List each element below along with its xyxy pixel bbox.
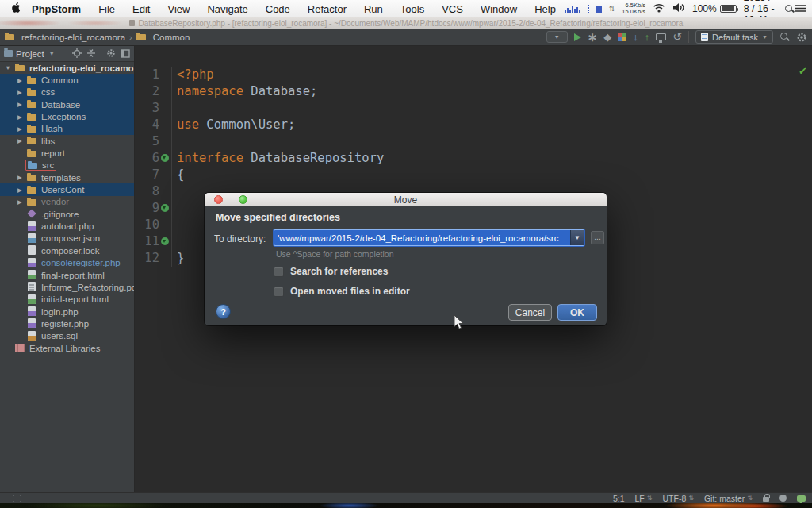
chevron-right-icon[interactable]: ▶	[14, 101, 25, 108]
tree-item-informe-refactoring-pdf[interactable]: Informe_Refactoring.pdf	[0, 281, 134, 293]
implemented-marker-icon[interactable]	[161, 154, 169, 162]
menu-file[interactable]: File	[90, 3, 124, 15]
tree-item-userscont[interactable]: ▶UsersCont	[0, 183, 134, 195]
network-speed[interactable]: 6.5Kb/s 15.0Kb/s	[622, 2, 645, 15]
menu-refactor[interactable]: Refactor	[299, 3, 355, 15]
breadcrumb-item-common[interactable]: Common	[136, 32, 190, 42]
menu-run[interactable]: Run	[355, 3, 392, 15]
menu-tools[interactable]: Tools	[392, 3, 433, 15]
chevron-right-icon[interactable]: ▶	[14, 187, 25, 194]
coverage-icon[interactable]: ◆	[603, 32, 611, 42]
tree-item-composer-json[interactable]: composer.json	[0, 233, 134, 244]
implemented-marker-icon[interactable]	[161, 237, 169, 245]
chevron-right-icon[interactable]: ▶	[14, 125, 25, 133]
open-moved-files-checkbox[interactable]	[274, 287, 284, 297]
concurrency-diagram-icon[interactable]	[618, 33, 626, 41]
encoding-selector[interactable]: UTF-8⇅	[663, 494, 694, 503]
run-button[interactable]	[574, 33, 581, 41]
dialog-title-bar[interactable]: Move	[205, 193, 607, 206]
tree-item-autoload-php[interactable]: autoload.php	[0, 220, 134, 232]
tree-item-login-php[interactable]: login.php	[0, 306, 134, 318]
task-selector[interactable]: Default task ▼	[695, 30, 773, 44]
volume-icon[interactable]	[672, 2, 685, 15]
hide-panel-icon[interactable]	[121, 47, 130, 61]
chevron-right-icon[interactable]: ▶	[14, 137, 25, 144]
chevron-right-icon[interactable]: ▶	[14, 198, 25, 206]
menu-help[interactable]: Help	[526, 3, 565, 15]
file-lock-icon[interactable]	[763, 497, 769, 502]
tree-item-vendor[interactable]: ▶vendor	[0, 196, 134, 208]
notification-center-icon[interactable]	[795, 3, 806, 15]
directory-path-combobox[interactable]: 'www/mpwar/2015-2/de-04_Refactoring/refa…	[274, 229, 584, 246]
chevron-down-icon[interactable]: ▼	[49, 51, 55, 56]
memory-meter-icon[interactable]	[588, 5, 589, 13]
code-line-6[interactable]: 6interface DatabaseRepository	[136, 150, 812, 167]
menu-view[interactable]: View	[159, 3, 198, 15]
close-window-icon[interactable]	[214, 195, 223, 204]
event-log-bubble-icon[interactable]	[797, 495, 806, 502]
checkbox-label[interactable]: Open moved files in editor	[290, 286, 410, 297]
menu-phpstorm[interactable]: PhpStorm	[23, 3, 90, 15]
cancel-button[interactable]: Cancel	[508, 304, 552, 321]
battery-indicator[interactable]: 100%	[692, 3, 737, 14]
tree-item-common[interactable]: ▶Common	[0, 74, 134, 86]
tree-item-consoleregister-php[interactable]: consoleregister.php	[0, 257, 134, 269]
hector-inspector-icon[interactable]	[779, 495, 787, 502]
tree-item-initial-report-html[interactable]: initial-report.html	[0, 294, 134, 306]
tree-item-composer-lock[interactable]: composer.lock	[0, 244, 134, 256]
implemented-marker-icon[interactable]	[161, 204, 169, 212]
help-button[interactable]: ?	[216, 304, 231, 319]
tree-item-refactoring-eloi-rocamora[interactable]: ▼refactoring-eloi_rocamora(	[0, 62, 134, 74]
cpu-meter-icon[interactable]	[565, 5, 580, 13]
apple-menu-icon[interactable]	[11, 2, 21, 16]
search-everywhere-icon[interactable]	[779, 32, 790, 42]
spotlight-search-icon[interactable]	[784, 4, 788, 14]
menu-vcs[interactable]: VCS	[433, 3, 472, 15]
tree-item-exceptions[interactable]: ▶Exceptions	[0, 110, 134, 122]
project-panel-title[interactable]: Project	[16, 49, 44, 59]
menu-code[interactable]: Code	[257, 3, 299, 15]
tree-item-final-report-html[interactable]: final-report.html	[0, 269, 134, 281]
tree-item-gitignore[interactable]: .gitignore	[0, 208, 134, 220]
tree-item-templates[interactable]: ▶templates	[0, 171, 134, 183]
tree-item-libs[interactable]: ▶libs	[0, 135, 134, 147]
vcs-commit-icon[interactable]: ↑	[645, 31, 650, 43]
search-for-references-checkbox[interactable]	[274, 267, 284, 277]
chevron-right-icon[interactable]: ▶	[14, 114, 25, 121]
vcs-branch-selector[interactable]: Git: master⇅	[704, 494, 753, 503]
checkbox-label[interactable]: Search for references	[290, 266, 388, 277]
line-ending-selector[interactable]: LF⇅	[635, 494, 653, 503]
tree-item-users-sql[interactable]: users.sql	[0, 330, 134, 342]
vcs-update-icon[interactable]: ↓	[633, 31, 638, 43]
chevron-down-icon[interactable]: ▼	[2, 64, 13, 71]
caret-position[interactable]: 5:1	[613, 494, 625, 503]
code-line-5[interactable]: 5	[136, 133, 812, 150]
tree-item-css[interactable]: ▶css	[0, 87, 134, 98]
tree-item-database[interactable]: ▶Database	[0, 98, 134, 110]
code-line-3[interactable]: 3	[136, 100, 812, 117]
zoom-window-icon[interactable]	[239, 195, 247, 204]
collapse-all-icon[interactable]	[86, 47, 96, 61]
menu-navigate[interactable]: Navigate	[198, 3, 256, 15]
tree-item-external-libraries[interactable]: External Libraries	[0, 342, 134, 354]
code-line-1[interactable]: 1<?php	[136, 67, 812, 83]
chevron-right-icon[interactable]: ▶	[14, 174, 25, 181]
ok-button[interactable]: OK	[557, 304, 597, 321]
code-line-7[interactable]: 7{	[136, 167, 812, 183]
undo-icon[interactable]: ↺	[672, 32, 682, 42]
tree-item-register-php[interactable]: register.php	[0, 318, 134, 329]
code-line-2[interactable]: 2namespace Database;	[136, 83, 812, 100]
tree-item-report[interactable]: report	[0, 147, 134, 159]
gear-icon[interactable]	[106, 47, 116, 61]
tree-item-hash[interactable]: ▶Hash	[0, 123, 134, 135]
run-configuration-combo[interactable]: ▼	[546, 31, 568, 43]
combo-dropdown-button[interactable]: ▼	[570, 230, 584, 245]
tree-item-src[interactable]: src	[0, 160, 134, 171]
locate-file-icon[interactable]	[72, 47, 82, 61]
changes-monitor-icon[interactable]	[656, 33, 666, 40]
code-line-4[interactable]: 4use Common\User;	[136, 117, 812, 133]
settings-gear-icon[interactable]	[796, 32, 807, 43]
browse-directory-button[interactable]: ...	[591, 231, 604, 244]
debug-icon[interactable]: ∗	[588, 32, 598, 42]
menu-edit[interactable]: Edit	[124, 3, 159, 15]
